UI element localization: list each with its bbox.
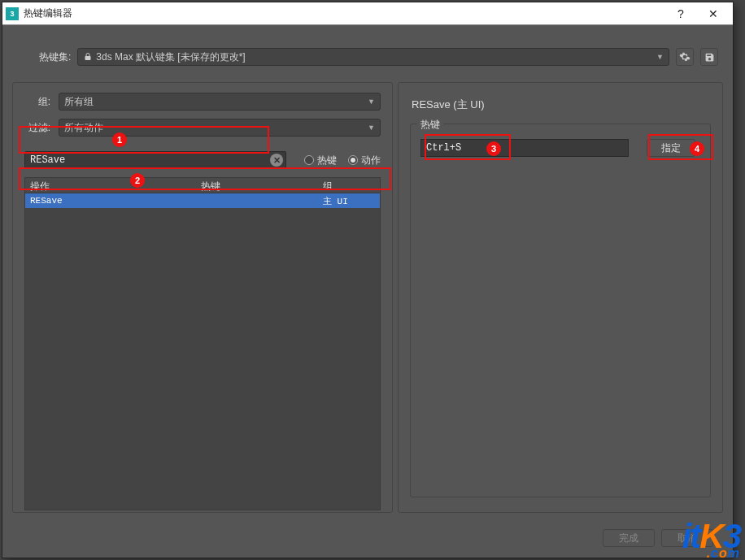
hotkey-set-row: 热键集: 3ds Max 默认键集 [未保存的更改*] ▼ bbox=[39, 48, 718, 66]
chevron-down-icon: ▼ bbox=[368, 98, 375, 106]
save-button[interactable] bbox=[700, 48, 718, 66]
hotkey-input[interactable] bbox=[420, 139, 629, 157]
table-row[interactable]: RESave 主 UI bbox=[25, 193, 380, 208]
cell-operation: RESave bbox=[25, 194, 196, 207]
hotkey-legend: 热键 bbox=[417, 118, 443, 132]
hotkey-fieldset: 热键 指定 bbox=[410, 124, 711, 497]
radio-action[interactable] bbox=[348, 155, 358, 165]
table-header: 操作 热键 组 bbox=[24, 177, 381, 193]
search-row: ✕ 热键 动作 bbox=[24, 151, 381, 169]
cell-hotkey bbox=[196, 199, 318, 202]
dialog-body: 热键集: 3ds Max 默认键集 [未保存的更改*] ▼ 组: bbox=[2, 25, 733, 558]
cancel-button[interactable]: 取消 bbox=[661, 529, 713, 547]
settings-button[interactable] bbox=[676, 48, 694, 66]
group-row: 组: 所有组 ▼ bbox=[24, 93, 381, 111]
chevron-down-icon: ▼ bbox=[656, 53, 664, 61]
radio-group: 热键 动作 bbox=[304, 154, 381, 167]
col-header-operation[interactable]: 操作 bbox=[25, 178, 196, 193]
cell-group: 主 UI bbox=[318, 193, 380, 209]
assign-button[interactable]: 指定 bbox=[647, 139, 695, 157]
group-label: 组: bbox=[24, 95, 50, 109]
group-dropdown[interactable]: 所有组 ▼ bbox=[59, 93, 381, 111]
selected-action-title: RESave (主 UI) bbox=[412, 98, 711, 112]
filter-dropdown[interactable]: 所有动作 ▼ bbox=[59, 119, 381, 137]
hotkey-input-row: 指定 bbox=[420, 139, 700, 157]
table-body[interactable]: RESave 主 UI bbox=[24, 193, 381, 510]
hotkey-editor-window: 3 热键编辑器 ? ✕ 热键集: 3ds Max 默认键集 [未保存的更改*] … bbox=[2, 2, 734, 558]
hotkey-set-value: 3ds Max 默认键集 [未保存的更改*] bbox=[96, 50, 245, 64]
filter-row: 过滤: 所有动作 ▼ bbox=[24, 119, 381, 137]
chevron-down-icon: ▼ bbox=[368, 124, 375, 132]
left-panel: 组: 所有组 ▼ 过滤: 所有动作 ▼ ✕ bbox=[12, 82, 393, 513]
hotkey-set-dropdown[interactable]: 3ds Max 默认键集 [未保存的更改*] ▼ bbox=[77, 48, 669, 66]
ok-button[interactable]: 完成 bbox=[603, 529, 655, 547]
ok-button-label: 完成 bbox=[619, 532, 638, 545]
gear-icon bbox=[679, 51, 691, 63]
radio-hotkey-label: 热键 bbox=[317, 154, 337, 167]
footer: 完成 取消 bbox=[2, 519, 733, 558]
close-button[interactable]: ✕ bbox=[697, 2, 730, 25]
clear-search-button[interactable]: ✕ bbox=[270, 154, 283, 167]
search-input[interactable] bbox=[24, 151, 286, 169]
search-wrap: ✕ bbox=[24, 151, 286, 169]
right-panel: RESave (主 UI) 热键 指定 bbox=[398, 82, 723, 513]
assign-button-label: 指定 bbox=[661, 141, 681, 155]
filter-label: 过滤: bbox=[24, 121, 50, 135]
group-value: 所有组 bbox=[64, 95, 94, 109]
radio-hotkey[interactable] bbox=[304, 155, 314, 165]
col-header-group[interactable]: 组 bbox=[318, 178, 380, 193]
titlebar: 3 热键编辑器 ? ✕ bbox=[2, 2, 733, 25]
filter-value: 所有动作 bbox=[64, 121, 103, 135]
cancel-button-label: 取消 bbox=[677, 532, 697, 545]
split-container: 组: 所有组 ▼ 过滤: 所有动作 ▼ ✕ bbox=[12, 82, 723, 513]
svg-rect-0 bbox=[85, 56, 91, 60]
col-header-hotkey[interactable]: 热键 bbox=[196, 178, 318, 193]
save-icon bbox=[704, 52, 715, 63]
radio-action-label: 动作 bbox=[361, 154, 381, 167]
lock-icon bbox=[83, 52, 93, 62]
window-title: 热键编辑器 bbox=[24, 7, 664, 20]
help-button[interactable]: ? bbox=[664, 2, 697, 25]
app-icon: 3 bbox=[6, 7, 19, 20]
hotkey-set-label: 热键集: bbox=[39, 50, 71, 64]
